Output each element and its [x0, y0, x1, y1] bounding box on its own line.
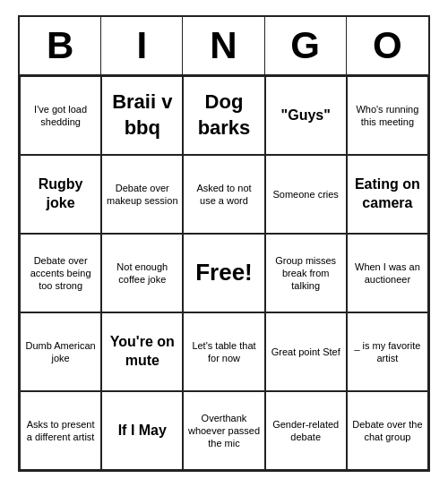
bingo-cell-10: Debate over accents being too strong [20, 234, 101, 312]
bingo-card: BINGO I've got load sheddingBraii v bbqD… [18, 15, 430, 472]
bingo-letter-o: O [347, 17, 428, 74]
bingo-cell-18: Great point Stef [265, 312, 347, 391]
bingo-cell-11: Not enough coffee joke [101, 234, 183, 312]
bingo-cell-4: Who's running this meeting [347, 76, 428, 155]
bingo-cell-22: Overthank whoever passed the mic [183, 391, 264, 470]
bingo-cell-6: Debate over makeup session [101, 155, 183, 234]
bingo-cell-23: Gender-related debate [265, 391, 347, 470]
bingo-cell-17: Let's table that for now [183, 312, 264, 391]
bingo-cell-0: I've got load shedding [20, 76, 101, 155]
bingo-cell-7: Asked to not use a word [183, 155, 264, 234]
bingo-cell-15: Dumb American joke [20, 312, 101, 391]
bingo-cell-14: When I was an auctioneer [347, 234, 428, 312]
bingo-cell-5: Rugby joke [20, 155, 101, 234]
bingo-cell-12: Free! [183, 234, 264, 312]
bingo-cell-16: You're on mute [101, 312, 183, 391]
bingo-cell-3: "Guys" [265, 76, 347, 155]
bingo-grid: I've got load sheddingBraii v bbqDog bar… [20, 76, 428, 470]
bingo-cell-13: Group misses break from talking [265, 234, 347, 312]
bingo-letter-n: N [183, 17, 264, 74]
bingo-letter-b: B [20, 17, 101, 74]
bingo-letter-i: I [101, 17, 183, 74]
bingo-header: BINGO [20, 17, 428, 76]
bingo-cell-21: If I May [101, 391, 183, 470]
bingo-cell-9: Eating on camera [347, 155, 428, 234]
bingo-cell-1: Braii v bbq [101, 76, 183, 155]
bingo-letter-g: G [265, 17, 347, 74]
bingo-cell-24: Debate over the chat group [347, 391, 428, 470]
bingo-cell-20: Asks to present a different artist [20, 391, 101, 470]
bingo-cell-2: Dog barks [183, 76, 264, 155]
bingo-cell-19: _ is my favorite artist [347, 312, 428, 391]
bingo-cell-8: Someone cries [265, 155, 347, 234]
